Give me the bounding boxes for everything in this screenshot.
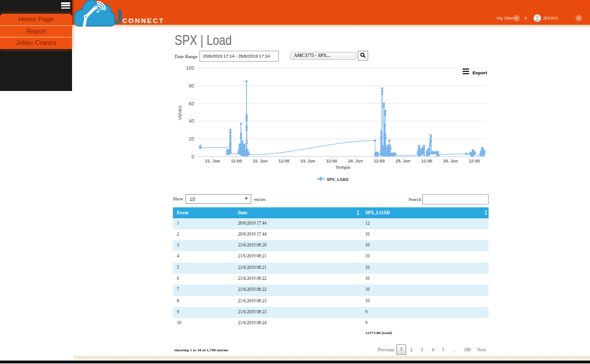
svg-text:Tempo: Tempo — [335, 165, 350, 170]
svg-text:100: 100 — [186, 65, 194, 71]
svg-text:12:00: 12:00 — [421, 158, 432, 164]
svg-text:Values: Values — [177, 105, 183, 120]
svg-text:23. Jun: 23. Jun — [300, 158, 315, 164]
svg-text:80: 80 — [189, 83, 195, 89]
svg-text:12:00: 12:00 — [469, 158, 480, 164]
svg-text:12:00: 12:00 — [231, 158, 242, 164]
svg-text:0: 0 — [191, 154, 194, 160]
svg-text:24. Jun: 24. Jun — [348, 158, 363, 164]
svg-text:12:00: 12:00 — [326, 158, 337, 164]
svg-text:SPX_LOAD: SPX_LOAD — [327, 177, 349, 181]
svg-text:21. Jun: 21. Jun — [205, 158, 220, 164]
svg-text:Export: Export — [472, 70, 487, 75]
svg-text:25. Jun: 25. Jun — [395, 158, 410, 164]
svg-text:26. Jun: 26. Jun — [443, 158, 458, 164]
svg-text:60: 60 — [189, 101, 195, 107]
svg-text:20: 20 — [189, 136, 195, 142]
svg-text:CONNECT: CONNECT — [123, 17, 165, 24]
svg-text:12:00: 12:00 — [278, 158, 289, 164]
svg-text:22. Jun: 22. Jun — [253, 158, 268, 164]
svg-text:40: 40 — [189, 118, 195, 124]
svg-text:12:00: 12:00 — [374, 158, 385, 164]
